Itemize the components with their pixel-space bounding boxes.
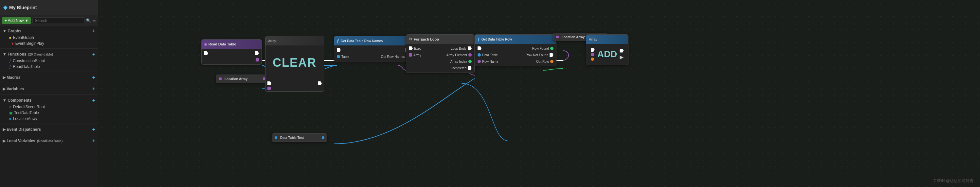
sidebar-item-locationarray[interactable]: ■ LocationArray: [0, 116, 98, 122]
fe-completed: Completed: [406, 65, 474, 71]
location-array-sub-title: Location Array: [224, 77, 247, 81]
beginplay-label: Event BeginPlay: [15, 41, 44, 46]
test-data-table-title: Data Table Test: [280, 136, 304, 139]
clear-node[interactable]: Array CLEAR: [265, 36, 324, 92]
lat-in-pin: [556, 36, 559, 38]
macros-add-btn[interactable]: +: [92, 75, 95, 80]
add-exec-in: [591, 48, 595, 52]
for-each-title: For Each Loop: [414, 37, 439, 41]
node-icon: ■: [204, 42, 207, 47]
eventgraph-label: EventGraph: [13, 35, 34, 40]
canvas[interactable]: ■ Read Data Table Location: [98, 0, 980, 187]
sidebar-item-readdatatable[interactable]: ƒ ReadDataTable: [0, 64, 98, 70]
gdtr-rn-label: Row Name: [482, 60, 498, 63]
divider-5: [0, 124, 98, 124]
fe-index-out: Array Index: [450, 60, 472, 63]
add-array-in: [591, 53, 594, 56]
macros-header[interactable]: ▶ Macros +: [0, 74, 98, 81]
sidebar-item-defaultsceneroot[interactable]: ○ DefaultSceneRoot: [0, 104, 98, 110]
location-array-sub-header: Location Array: [216, 75, 268, 83]
graphs-label: ▼ Graphs: [3, 29, 21, 33]
local-variables-label: ▶ Local Variables (ReadDataTable): [3, 139, 62, 143]
sidebar-item-eventgraph[interactable]: ■ EventGraph: [0, 35, 98, 41]
local-variables-tag: (ReadDataTable): [37, 139, 62, 143]
filter-icon[interactable]: ☰: [92, 18, 96, 23]
graph-icon: ■: [9, 36, 11, 40]
grn-exec-in: [337, 48, 341, 52]
gdtr-row-name: Row Name Out Row: [475, 58, 556, 65]
pin-right-array: [256, 58, 259, 62]
grn-table-in: Table: [337, 55, 349, 59]
fe-loop-body: Loop Body: [451, 46, 472, 50]
add-header-label: Array: [589, 38, 597, 41]
get-row-names-node[interactable]: ƒ Get Data Table Row Names Table Out Row…: [334, 36, 412, 62]
fe-loop-body-label: Loop Body: [451, 47, 466, 50]
test-data-table-node[interactable]: Data Table Test: [272, 133, 327, 142]
loop-icon: ↻: [409, 37, 412, 41]
divider-2: [0, 71, 98, 72]
functions-count: (20 Overridable): [28, 52, 53, 56]
functions-header[interactable]: ▼ Functions (20 Overridable) +: [0, 51, 98, 58]
test-data-table-icon: [275, 136, 277, 139]
gdtr-dt-pin: [477, 53, 481, 57]
exec-out-pin: [255, 51, 259, 55]
sidebar-item-testdatatable[interactable]: ▣ TestDataTable: [0, 110, 98, 116]
clear-pins: [266, 80, 324, 91]
search-input[interactable]: [35, 18, 83, 23]
gdtr-data-table: Data Table Row Not Found: [475, 52, 556, 58]
get-row-names-body: Table Out Row Names: [334, 46, 412, 61]
add-copy-icon: ▶: [620, 54, 624, 60]
add-new-button[interactable]: + Add New ▼: [2, 17, 31, 24]
pin-row-array: [202, 57, 261, 63]
gdtr-row-found: Row Found: [532, 47, 554, 50]
clear-exec-in: [267, 81, 271, 85]
pin-left-exec: [204, 51, 208, 55]
fe-index: Array Index: [406, 58, 474, 65]
add-exec-out: [620, 49, 624, 52]
fe-loop-body-pin: [468, 46, 472, 50]
fe-element-label: Array Element: [447, 53, 467, 57]
constructionscript-label: ConstructionScript: [13, 59, 45, 63]
sidebar: ◆ My Blueprint + Add New ▼ 🔍 ☰ ▼ Graphs …: [0, 0, 98, 187]
get-data-table-row-node[interactable]: ƒ Get Data Table Row Row Found Data Tabl…: [475, 34, 557, 67]
graphs-header[interactable]: ▼ Graphs +: [0, 27, 98, 35]
grn-exec-in-pin: [337, 48, 341, 52]
event-dispatchers-label: ▶ Event Dispatchers: [3, 127, 41, 132]
title-bar: ◆ My Blueprint: [0, 0, 98, 15]
func-icon-row-names: ƒ: [337, 38, 339, 43]
get-row-names-header: ƒ Get Data Table Row Names: [334, 36, 412, 46]
gdtr-body: Row Found Data Table Row Not Found Row N…: [475, 44, 556, 66]
local-variables-header[interactable]: ▶ Local Variables (ReadDataTable) +: [0, 137, 98, 144]
event-dispatchers-header[interactable]: ▶ Event Dispatchers +: [0, 126, 98, 133]
clear-label: CLEAR: [273, 56, 317, 70]
variables-add-btn[interactable]: +: [92, 86, 95, 92]
search-icon[interactable]: 🔍: [86, 18, 91, 23]
add-node[interactable]: Array ADD ▶: [586, 34, 628, 65]
sidebar-item-beginplay[interactable]: ♦ Event BeginPlay: [0, 41, 98, 46]
section-local-variables: ▶ Local Variables (ReadDataTable) +: [0, 136, 98, 146]
add-body: ADD ▶: [586, 44, 628, 65]
components-header[interactable]: ▼ Components +: [0, 97, 98, 104]
event-dispatchers-add-btn[interactable]: +: [92, 127, 95, 132]
gdtr-row-found-pin: [550, 47, 554, 50]
gdtr-header: ƒ Get Data Table Row: [475, 35, 556, 44]
components-add-btn[interactable]: +: [92, 98, 95, 103]
graphs-add-btn[interactable]: +: [92, 29, 95, 34]
section-functions: ▼ Functions (20 Overridable) + ƒ Constru…: [0, 49, 98, 71]
add-pins-right: ▶: [620, 49, 624, 60]
event-icon: ♦: [12, 41, 14, 46]
search-input-wrapper[interactable]: [32, 17, 85, 24]
data-icon: ▣: [9, 111, 13, 115]
add-pins-left: [591, 48, 595, 61]
scene-icon: ○: [9, 105, 11, 109]
for-each-loop-node[interactable]: ↻ For Each Loop Exec Loop Body Array: [406, 34, 475, 73]
sidebar-item-constructionscript[interactable]: ƒ ConstructionScript: [0, 58, 98, 64]
read-data-table-node[interactable]: ■ Read Data Table: [201, 39, 262, 65]
local-variables-add-btn[interactable]: +: [92, 138, 95, 144]
grn-names-out: Out Row Names: [381, 55, 409, 59]
variables-header[interactable]: ▶ Variables +: [0, 85, 98, 92]
location-array-sub-node[interactable]: Location Array: [216, 74, 269, 83]
gdtr-rn-pin: [477, 60, 481, 63]
divider-6: [0, 135, 98, 135]
functions-add-btn[interactable]: +: [92, 52, 95, 57]
